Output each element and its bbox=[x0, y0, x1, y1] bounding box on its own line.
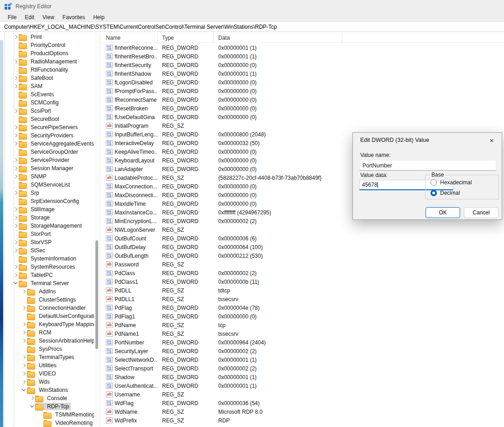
tree-item-scevents[interactable]: ScEvents bbox=[3, 90, 94, 99]
cancel-button[interactable]: Cancel bbox=[464, 207, 499, 218]
tree-item-systemresources[interactable]: SystemResources bbox=[3, 263, 94, 271]
menu-file[interactable]: File bbox=[4, 13, 21, 21]
value-row-outbuflength[interactable]: 011110OutBufLengthREG_DWORD0x00000212 (5… bbox=[101, 251, 504, 260]
value-row-pdname[interactable]: abPdNameREG_SZtcp bbox=[101, 321, 504, 329]
value-row-finheritresetbro-[interactable]: 011110fInheritResetBro...REG_DWORD0x0000… bbox=[101, 52, 504, 61]
tree-item-sessionarbitrationhelper[interactable]: SessionArbitrationHelper bbox=[3, 337, 94, 345]
value-row-initialprogram[interactable]: abInitialProgramREG_SZ bbox=[101, 121, 504, 130]
chevron-right-icon[interactable] bbox=[12, 141, 19, 147]
tree-item-terminal-server[interactable]: Terminal Server bbox=[3, 279, 94, 287]
value-row-fpromptforpass-[interactable]: 011110fPromptForPass...REG_DWORD0x000000… bbox=[101, 87, 504, 95]
tree-item-storage[interactable]: Storage bbox=[3, 214, 94, 222]
tree-item-serviceprovider[interactable]: ServiceProvider bbox=[3, 156, 94, 164]
value-row-pdflag1[interactable]: 011110PdFlag1REG_DWORD0x00000000 (0) bbox=[101, 312, 504, 321]
chevron-right-icon[interactable] bbox=[21, 362, 27, 369]
radio-button-icon[interactable] bbox=[430, 179, 437, 186]
value-row-finheritsecurity[interactable]: 011110fInheritSecurityREG_DWORD0x0000000… bbox=[101, 61, 504, 69]
tree-scrollbar-thumb[interactable] bbox=[95, 240, 98, 349]
value-row-nwlogonserver[interactable]: abNWLogonServerREG_SZ bbox=[101, 225, 504, 234]
tree-vertical-scrollbar[interactable] bbox=[94, 33, 100, 427]
tree-item-video[interactable]: VIDEO bbox=[3, 370, 94, 378]
tree-item-keyboardtype-mapping[interactable]: KeyboardType Mapping bbox=[3, 320, 94, 328]
radio-hexadecimal[interactable]: Hexadecimal bbox=[430, 179, 472, 186]
value-row-wdname[interactable]: abWdNameREG_SZMicrosoft RDP 8.0 bbox=[101, 407, 504, 416]
chevron-right-icon[interactable] bbox=[21, 370, 27, 377]
chevron-right-icon[interactable] bbox=[21, 329, 27, 336]
value-row-username[interactable]: abUsernameREG_SZ bbox=[101, 390, 504, 399]
chevron-right-icon[interactable] bbox=[21, 288, 27, 295]
column-header-name[interactable]: Name bbox=[101, 33, 158, 42]
tree-item-tsmmremoting[interactable]: TSMMRemoting bbox=[3, 411, 94, 419]
tree-item-secureboot[interactable]: SecureBoot bbox=[3, 115, 94, 123]
tree-item-storport[interactable]: StorPort bbox=[3, 230, 94, 238]
chevron-right-icon[interactable] bbox=[21, 379, 27, 385]
tree-item-scsiport[interactable]: ScsiPort bbox=[3, 107, 94, 115]
tree-item-sqmservicelist[interactable]: SQMServiceList bbox=[3, 181, 94, 189]
tree-item-storagemanagement[interactable]: StorageManagement bbox=[3, 222, 94, 230]
value-row-selecttransport[interactable]: 011110SelectTransportREG_DWORD0x00000002… bbox=[101, 364, 504, 373]
value-row-pdclass1[interactable]: 011110PdClass1REG_DWORD0x0000000b (11) bbox=[101, 277, 504, 286]
value-row-userauthenticat-[interactable]: 011110UserAuthenticat...REG_DWORD0x00000… bbox=[101, 381, 504, 390]
chevron-right-icon[interactable] bbox=[12, 206, 19, 213]
chevron-down-icon[interactable] bbox=[12, 280, 19, 286]
value-row-finheritreconne-[interactable]: 011110fInheritReconne...REG_DWORD0x00000… bbox=[101, 43, 504, 52]
chevron-right-icon[interactable] bbox=[21, 354, 27, 360]
tree-item-rdp-tcp[interactable]: RDP-Tcp bbox=[3, 402, 94, 411]
value-row-wdprefix[interactable]: abWdPrefixREG_SZRDP bbox=[101, 416, 504, 425]
menu-view[interactable]: View bbox=[38, 13, 58, 21]
tree-item-clustersettings[interactable]: ClusterSettings bbox=[3, 296, 94, 304]
tree-item-serviceaggregatedevents[interactable]: ServiceAggregatedEvents bbox=[3, 140, 94, 148]
chevron-right-icon[interactable] bbox=[12, 34, 19, 40]
tree-item-productoptions[interactable]: ProductOptions bbox=[3, 49, 94, 57]
chevron-right-icon[interactable] bbox=[12, 83, 19, 89]
tree-item-snmp[interactable]: SNMP bbox=[3, 172, 94, 181]
menu-edit[interactable]: Edit bbox=[21, 13, 38, 21]
tree-item-wds[interactable]: Wds bbox=[3, 378, 94, 386]
value-row-fusedefaultgina[interactable]: 011110fUseDefaultGinaREG_DWORD0x00000000… bbox=[101, 113, 504, 121]
tree-item-terminaltypes[interactable]: TerminalTypes bbox=[3, 353, 94, 361]
value-row-securitylayer[interactable]: 011110SecurityLayerREG_DWORD0x00000002 (… bbox=[101, 347, 504, 355]
tree-item-rtlfunctionality[interactable]: RtlFunctionality bbox=[3, 66, 94, 74]
menu-favorites[interactable]: Favorites bbox=[58, 13, 89, 21]
chevron-right-icon[interactable] bbox=[21, 305, 27, 311]
value-row-password[interactable]: abPasswordREG_SZ bbox=[101, 260, 504, 269]
value-row-pddll[interactable]: abPdDLLREG_SZtdtcp bbox=[101, 286, 504, 295]
tree-item-srpextensionconfig[interactable]: SrpExtensionConfig bbox=[3, 197, 94, 205]
value-row-selectnetworkd-[interactable]: 011110SelectNetworkD...REG_DWORD0x000000… bbox=[101, 355, 504, 364]
chevron-right-icon[interactable] bbox=[12, 214, 19, 221]
tree-item-storvsp[interactable]: StorVSP bbox=[3, 238, 94, 246]
ok-button[interactable]: OK bbox=[425, 207, 460, 218]
chevron-right-icon[interactable] bbox=[12, 75, 19, 81]
tree-item-sam[interactable]: SAM bbox=[3, 82, 94, 90]
column-header-type[interactable]: Type bbox=[158, 33, 214, 42]
value-row-outbufcount[interactable]: 011110OutBufCountREG_DWORD0x00000006 (6) bbox=[101, 234, 504, 243]
tree-item-scmconfig[interactable]: SCMConfig bbox=[3, 99, 94, 107]
chevron-right-icon[interactable] bbox=[12, 239, 19, 245]
chevron-down-icon[interactable] bbox=[21, 387, 27, 393]
value-row-pdflag[interactable]: 011110PdFlagREG_DWORD0x0000004e (78) bbox=[101, 303, 504, 312]
tree-item-console[interactable]: Console bbox=[3, 394, 94, 402]
chevron-right-icon[interactable] bbox=[12, 264, 19, 270]
chevron-right-icon[interactable] bbox=[12, 157, 19, 163]
chevron-right-icon[interactable] bbox=[12, 173, 19, 180]
value-row-outbufdelay[interactable]: 011110OutBufDelayREG_DWORD0x00000064 (10… bbox=[101, 243, 504, 251]
chevron-right-icon[interactable] bbox=[12, 165, 19, 172]
close-icon[interactable]: × bbox=[486, 135, 497, 145]
value-row-flogondisabled[interactable]: 011110fLogonDisabledREG_DWORD0x00000000 … bbox=[101, 78, 504, 87]
chevron-right-icon[interactable] bbox=[12, 58, 19, 65]
value-row-portnumber[interactable]: 011110PortNumberREG_DWORD0x00000964 (240… bbox=[101, 338, 504, 347]
tree-item-print[interactable]: Print bbox=[3, 33, 94, 41]
tree-item-stsec[interactable]: StSec bbox=[3, 246, 94, 255]
value-row-shadow[interactable]: 011110ShadowREG_DWORD0x00000001 (1) bbox=[101, 373, 504, 381]
tree-item-winstations[interactable]: WinStations bbox=[3, 386, 94, 394]
value-row-pdname1[interactable]: abPdName1REG_SZtssecsrv bbox=[101, 329, 504, 338]
tree-item-rcm[interactable]: RCM bbox=[3, 328, 94, 337]
tree-item-radiomanagement[interactable]: RadioManagement bbox=[3, 57, 94, 66]
tree-item-sysprocs[interactable]: SysProcs bbox=[3, 345, 94, 353]
tree-item-defaultuserconfiguration[interactable]: DefaultUserConfiguration bbox=[3, 312, 94, 320]
chevron-right-icon[interactable] bbox=[12, 223, 19, 229]
tree-item-servicegrouporder[interactable]: ServiceGroupOrder bbox=[3, 148, 94, 156]
value-row-pdclass[interactable]: 011110PdClassREG_DWORD0x00000002 (2) bbox=[101, 269, 504, 277]
chevron-right-icon[interactable] bbox=[21, 321, 27, 328]
chevron-right-icon[interactable] bbox=[29, 395, 35, 401]
